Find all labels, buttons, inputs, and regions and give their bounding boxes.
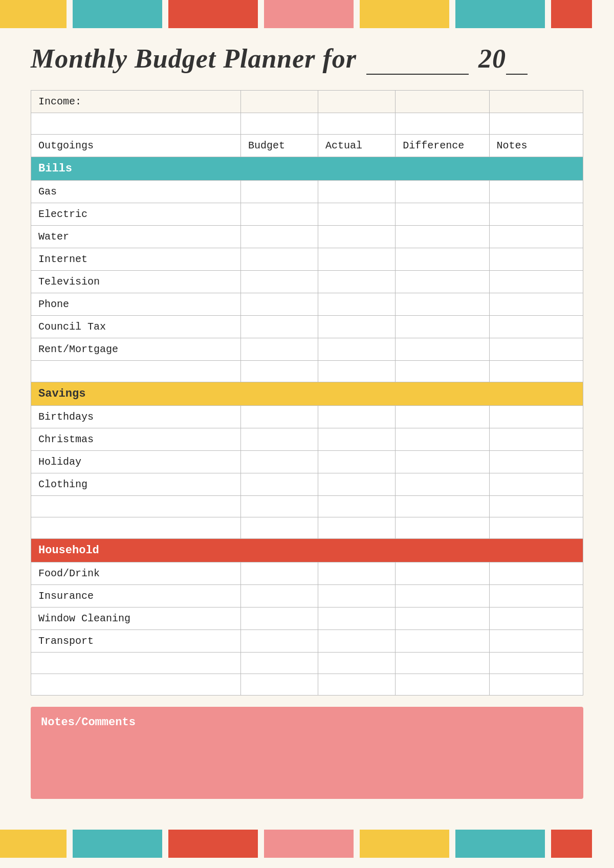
phone-budget[interactable] — [241, 293, 318, 316]
page: Monthly Budget Planner for 20 Income: — [0, 0, 614, 868]
electric-notes[interactable] — [489, 203, 583, 226]
gas-actual[interactable] — [318, 181, 396, 203]
bottom-bar-teal — [73, 830, 162, 858]
christmas-diff[interactable] — [396, 428, 489, 451]
label-christmas: Christmas — [31, 428, 241, 451]
page-title: Monthly Budget Planner for 20 — [31, 44, 583, 75]
tv-budget[interactable] — [241, 271, 318, 293]
birthdays-notes[interactable] — [489, 406, 583, 428]
tv-actual[interactable] — [318, 271, 396, 293]
bills-label: Bills — [31, 157, 583, 181]
header-difference: Difference — [396, 135, 489, 157]
clothing-actual[interactable] — [318, 473, 396, 496]
council-tax-notes[interactable] — [489, 316, 583, 338]
title-part2: 20 — [478, 44, 506, 73]
empty-row-household-1 — [31, 653, 583, 674]
income-row: Income: — [31, 91, 583, 113]
tv-diff[interactable] — [396, 271, 489, 293]
holiday-notes[interactable] — [489, 451, 583, 473]
gas-budget[interactable] — [241, 181, 318, 203]
row-holiday: Holiday — [31, 451, 583, 473]
rent-diff[interactable] — [396, 338, 489, 361]
notes-label: Notes/Comments — [41, 716, 573, 729]
clothing-diff[interactable] — [396, 473, 489, 496]
tv-notes[interactable] — [489, 271, 583, 293]
row-transport: Transport — [31, 630, 583, 653]
food-actual[interactable] — [318, 562, 396, 585]
water-diff[interactable] — [396, 226, 489, 248]
birthdays-diff[interactable] — [396, 406, 489, 428]
title-month-blank[interactable] — [366, 44, 469, 75]
food-diff[interactable] — [396, 562, 489, 585]
notes-section: Notes/Comments — [31, 707, 583, 799]
income-diff[interactable] — [396, 91, 489, 113]
top-bar-teal — [73, 0, 162, 28]
holiday-actual[interactable] — [318, 451, 396, 473]
christmas-budget[interactable] — [241, 428, 318, 451]
insurance-notes[interactable] — [489, 585, 583, 607]
council-tax-diff[interactable] — [396, 316, 489, 338]
label-television: Television — [31, 271, 241, 293]
food-budget[interactable] — [241, 562, 318, 585]
income-actual[interactable] — [318, 91, 396, 113]
transport-diff[interactable] — [396, 630, 489, 653]
clothing-notes[interactable] — [489, 473, 583, 496]
row-council-tax: Council Tax — [31, 316, 583, 338]
christmas-notes[interactable] — [489, 428, 583, 451]
water-notes[interactable] — [489, 226, 583, 248]
food-notes[interactable] — [489, 562, 583, 585]
rent-actual[interactable] — [318, 338, 396, 361]
window-notes[interactable] — [489, 607, 583, 630]
birthdays-actual[interactable] — [318, 406, 396, 428]
christmas-actual[interactable] — [318, 428, 396, 451]
window-diff[interactable] — [396, 607, 489, 630]
bottom-bar-teal2 — [455, 830, 545, 858]
window-actual[interactable] — [318, 607, 396, 630]
phone-actual[interactable] — [318, 293, 396, 316]
council-tax-actual[interactable] — [318, 316, 396, 338]
phone-notes[interactable] — [489, 293, 583, 316]
internet-diff[interactable] — [396, 248, 489, 271]
rent-budget[interactable] — [241, 338, 318, 361]
water-budget[interactable] — [241, 226, 318, 248]
bottom-bar-yellow2 — [360, 830, 449, 858]
electric-actual[interactable] — [318, 203, 396, 226]
bottom-bar-red — [168, 830, 258, 858]
label-window-cleaning: Window Cleaning — [31, 607, 241, 630]
household-label: Household — [31, 539, 583, 562]
top-bar-pink — [264, 0, 354, 28]
council-tax-budget[interactable] — [241, 316, 318, 338]
transport-notes[interactable] — [489, 630, 583, 653]
holiday-diff[interactable] — [396, 451, 489, 473]
internet-actual[interactable] — [318, 248, 396, 271]
gas-notes[interactable] — [489, 181, 583, 203]
electric-budget[interactable] — [241, 203, 318, 226]
budget-table: Income: Outgoings Budget Actual Differen… — [31, 90, 583, 696]
bottom-bar-pink — [264, 830, 354, 858]
clothing-budget[interactable] — [241, 473, 318, 496]
empty-row-savings-2 — [31, 517, 583, 539]
insurance-actual[interactable] — [318, 585, 396, 607]
rent-notes[interactable] — [489, 338, 583, 361]
transport-budget[interactable] — [241, 630, 318, 653]
income-notes[interactable] — [489, 91, 583, 113]
label-transport: Transport — [31, 630, 241, 653]
gas-diff[interactable] — [396, 181, 489, 203]
phone-diff[interactable] — [396, 293, 489, 316]
label-electric: Electric — [31, 203, 241, 226]
water-actual[interactable] — [318, 226, 396, 248]
insurance-diff[interactable] — [396, 585, 489, 607]
insurance-budget[interactable] — [241, 585, 318, 607]
top-bar-red2 — [551, 0, 592, 28]
birthdays-budget[interactable] — [241, 406, 318, 428]
row-rent-mortgage: Rent/Mortgage — [31, 338, 583, 361]
transport-actual[interactable] — [318, 630, 396, 653]
income-budget[interactable] — [241, 91, 318, 113]
internet-notes[interactable] — [489, 248, 583, 271]
title-year-blank — [506, 44, 528, 75]
electric-diff[interactable] — [396, 203, 489, 226]
income-label: Income: — [31, 91, 241, 113]
holiday-budget[interactable] — [241, 451, 318, 473]
window-budget[interactable] — [241, 607, 318, 630]
internet-budget[interactable] — [241, 248, 318, 271]
